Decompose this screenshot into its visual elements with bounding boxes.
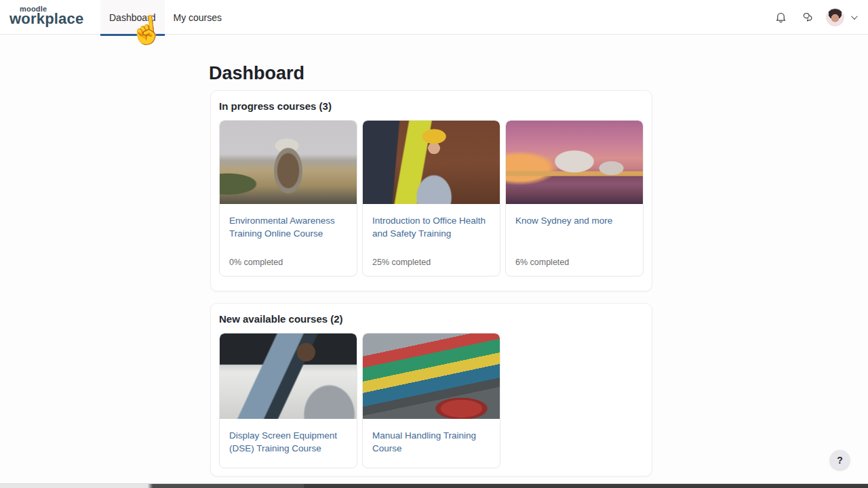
course-image-computer-work [220,333,357,419]
course-card[interactable]: Environmental Awareness Training Online … [219,120,357,277]
in-progress-courses-block: In progress courses (3) Environmental Aw… [210,90,652,291]
course-card-body: Introduction to Office Health and Safety… [363,204,500,276]
tab-my-courses[interactable]: My courses [165,0,231,35]
course-image-shipwreck [220,121,357,204]
section-heading: In progress courses (3) [219,100,644,112]
user-avatar[interactable] [826,8,844,26]
course-title-link[interactable]: Know Sydney and more [515,214,633,227]
help-button[interactable]: ? [830,450,850,470]
new-available-courses-block: New available courses (2) Display Screen… [210,303,652,476]
course-card[interactable]: Display Screen Equipment (DSE) Training … [219,333,357,468]
moodle-workplace-dashboard: moodle workplace Dashboard My courses [0,0,868,488]
course-image-safety-worker [363,121,500,204]
tab-dashboard[interactable]: Dashboard [100,0,165,35]
top-navbar: moodle workplace Dashboard My courses [0,0,868,35]
course-title-link[interactable]: Display Screen Equipment (DSE) Training … [229,429,347,455]
course-image-sydney [506,121,643,204]
tab-my-courses-label: My courses [174,12,222,23]
page-title: Dashboard [209,63,304,84]
chevron-down-icon[interactable] [851,13,858,20]
moodle-workplace-logo[interactable]: moodle workplace [9,4,77,31]
capture-bottom-bar [0,483,868,488]
notifications-bell-icon[interactable] [772,9,789,26]
course-image-weight-plates [363,333,500,419]
navbar-actions [772,0,856,35]
course-title-link[interactable]: Environmental Awareness Training Online … [229,214,347,240]
logo-text-workplace: workplace [9,10,83,28]
course-title-link[interactable]: Manual Handling Training Course [372,429,490,455]
course-card-row: Environmental Awareness Training Online … [219,120,644,277]
section-heading: New available courses (2) [219,313,644,325]
course-card-body: Manual Handling Training Course [363,419,500,468]
tab-dashboard-label: Dashboard [109,12,156,23]
course-card-body: Environmental Awareness Training Online … [220,204,357,276]
course-card-row: Display Screen Equipment (DSE) Training … [219,333,644,468]
course-card-body: Know Sydney and more 6% completed [506,204,643,276]
course-progress: 6% completed [515,258,633,267]
course-card[interactable]: Manual Handling Training Course [362,333,500,468]
course-progress: 0% completed [229,258,347,267]
messages-icon[interactable] [799,9,816,26]
course-progress: 25% completed [372,258,490,267]
course-card[interactable]: Introduction to Office Health and Safety… [362,120,500,277]
course-card-body: Display Screen Equipment (DSE) Training … [220,419,357,468]
primary-nav: Dashboard My courses [100,0,231,35]
course-card[interactable]: Know Sydney and more 6% completed [505,120,644,277]
course-title-link[interactable]: Introduction to Office Health and Safety… [372,214,490,240]
